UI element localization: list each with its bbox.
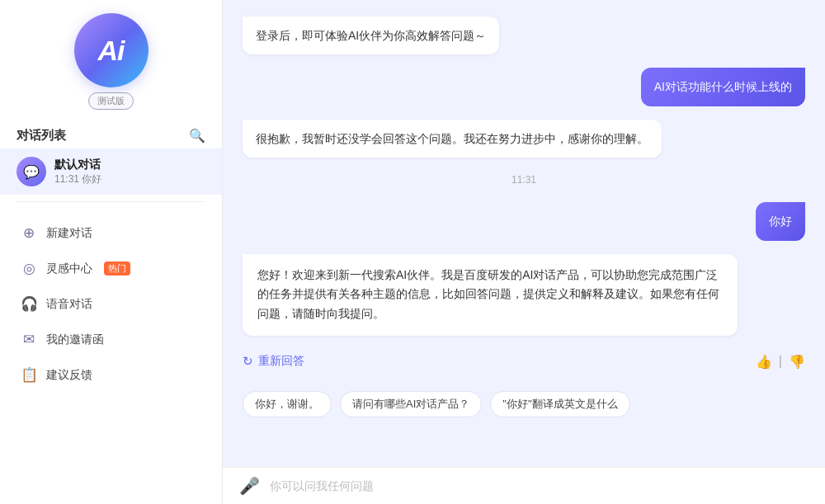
ai-reply-1-wrapper: 很抱歉，我暂时还没学会回答这个问题。我还在努力进步中，感谢你的理解。	[243, 120, 693, 158]
nav-label-voice: 语音对话	[46, 297, 92, 312]
default-conversation-item[interactable]: 💬 默认对话 11:31 你好	[0, 148, 222, 195]
voice-icon: 🎧	[20, 295, 38, 313]
inspire-icon: ◎	[20, 260, 38, 277]
conv-avatar: 💬	[16, 157, 46, 186]
sidebar: Ai 测试版 对话列表 🔍 💬 默认对话 11:31 你好 ⊕ 新建对话 ◎ 灵…	[0, 0, 223, 504]
regen-icon: ↻	[243, 354, 253, 369]
logo-area: Ai 测试版	[74, 13, 148, 110]
user-bubble-2: 你好	[756, 202, 805, 240]
regen-label: 重新回答	[258, 354, 304, 369]
feedback-icon: 📋	[20, 366, 38, 384]
user-message-1: AI对话功能什么时候上线的	[243, 68, 805, 106]
conv-name: 默认对话	[54, 158, 205, 172]
nav-label-feedback: 建议反馈	[46, 368, 92, 383]
suggestion-chips: 你好，谢谢。 请问有哪些AI对话产品？ "你好"翻译成英文是什么	[243, 388, 805, 424]
hot-badge: 热门	[104, 261, 130, 276]
thumbdown-icon[interactable]: 👎	[789, 354, 805, 370]
conv-info: 默认对话 11:31 你好	[54, 158, 205, 186]
welcome-bubble: 登录后，即可体验AI伙伴为你高效解答问题～	[243, 16, 499, 54]
nav-item-inspire[interactable]: ◎ 灵感中心 热门	[0, 251, 222, 286]
chat-input[interactable]	[270, 479, 808, 492]
chip-2[interactable]: "你好"翻译成英文是什么	[490, 391, 629, 417]
mic-button[interactable]: 🎤	[239, 476, 260, 496]
nav-item-feedback[interactable]: 📋 建议反馈	[0, 357, 222, 393]
sidebar-nav: ⊕ 新建对话 ◎ 灵感中心 热门 🎧 语音对话 ✉ 我的邀请函 📋 建议反馈	[0, 215, 222, 393]
feedback-icons: 👍 | 👎	[756, 354, 805, 370]
chip-0[interactable]: 你好，谢谢。	[243, 391, 332, 417]
timestamp-1: 11:31	[243, 174, 805, 186]
nav-label-new-conv: 新建对话	[46, 226, 92, 241]
logo-circle: Ai	[74, 13, 148, 87]
sidebar-divider	[16, 201, 205, 202]
section-header: 对话列表 🔍	[0, 120, 222, 148]
feedback-divider: |	[779, 354, 782, 369]
nav-item-invite[interactable]: ✉ 我的邀请函	[0, 322, 222, 357]
invite-icon: ✉	[20, 331, 38, 348]
beta-badge: 测试版	[88, 92, 134, 110]
input-area: 🎤	[223, 467, 825, 504]
nav-item-new-conv[interactable]: ⊕ 新建对话	[0, 215, 222, 251]
ai-bubble-1: 很抱歉，我暂时还没学会回答这个问题。我还在努力进步中，感谢你的理解。	[243, 120, 662, 158]
main-chat-area: 登录后，即可体验AI伙伴为你高效解答问题～ AI对话功能什么时候上线的 很抱歉，…	[223, 0, 825, 504]
ai-bubble-2: 您好！欢迎来到新一代搜索AI伙伴。我是百度研发的AI对话产品，可以协助您完成范围…	[243, 254, 738, 336]
regen-button[interactable]: ↻ 重新回答	[243, 354, 304, 369]
user-bubble-1: AI对话功能什么时候上线的	[641, 68, 805, 106]
chat-messages: 登录后，即可体验AI伙伴为你高效解答问题～ AI对话功能什么时候上线的 很抱歉，…	[223, 0, 825, 467]
ai-reply-2-wrapper: 您好！欢迎来到新一代搜索AI伙伴。我是百度研发的AI对话产品，可以协助您完成范围…	[243, 254, 805, 336]
thumbup-icon[interactable]: 👍	[756, 354, 772, 370]
user-message-2: 你好	[243, 202, 805, 240]
nav-item-voice[interactable]: 🎧 语音对话	[0, 286, 222, 322]
section-title: 对话列表	[16, 128, 66, 144]
logo-text: Ai	[98, 35, 125, 67]
chip-1[interactable]: 请问有哪些AI对话产品？	[340, 391, 482, 417]
search-button[interactable]: 🔍	[189, 128, 205, 144]
nav-label-inspire: 灵感中心	[46, 261, 92, 276]
actions-row: ↻ 重新回答 👍 | 👎	[243, 349, 805, 374]
conv-preview: 11:31 你好	[54, 172, 205, 186]
new-conv-icon: ⊕	[20, 224, 38, 242]
welcome-message: 登录后，即可体验AI伙伴为你高效解答问题～	[243, 16, 693, 54]
nav-label-invite: 我的邀请函	[46, 332, 104, 347]
